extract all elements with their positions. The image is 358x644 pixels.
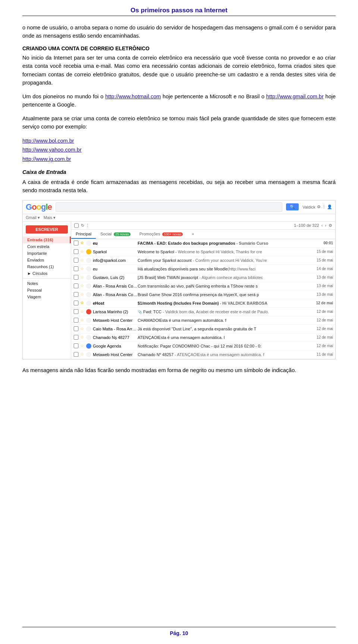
gmail-label-bar: Gmail ▾ Mais ▾: [23, 214, 335, 222]
gmail-tab-promotions[interactable]: Promoções 100+ novas: [135, 230, 188, 239]
gmail-link[interactable]: http://www.gmail.com.br: [266, 93, 324, 99]
gmail-page-range: 1–100 de 322: [294, 223, 319, 228]
page-footer: Pág. 10: [0, 627, 358, 637]
email-star-5[interactable]: ☆: [80, 275, 85, 280]
email-checkbox-3[interactable]: [73, 258, 79, 263]
email-checkbox-8[interactable]: [73, 301, 79, 305]
email-row-13[interactable]: ☆ Google Agenda Notificação: Pagar CONDO…: [71, 342, 335, 350]
gmail-nav-next[interactable]: ›: [325, 223, 326, 228]
email-star-9[interactable]: ☆: [80, 309, 85, 314]
email-avatar-3: [86, 258, 91, 263]
section-heading: Criando uma conta de correio eletrônico: [22, 45, 336, 51]
gmail-body: ESCREVER Entrada (316) Com estrela Impor…: [23, 222, 335, 359]
gmail-tab-social[interactable]: Social 25 novas: [96, 230, 135, 239]
gmail-tabs: Principal Social 25 novas Promoções 100+…: [71, 230, 335, 239]
email-star-10[interactable]: ☆: [80, 318, 85, 323]
gmail-sidebar: ESCREVER Entrada (316) Com estrela Impor…: [23, 222, 71, 359]
email-star-3[interactable]: ☆: [80, 258, 85, 263]
gmail-main: ↻ ⋮ 1–100 de 322 ‹ › ⚙ Principal Social …: [71, 222, 335, 359]
email-star-2[interactable]: ☆: [80, 249, 85, 254]
gmail-settings-icon[interactable]: ⚙: [329, 223, 332, 228]
email-avatar-5: [86, 275, 91, 280]
email-checkbox-1[interactable]: [73, 241, 79, 245]
email-row-12[interactable]: ☆ Chamado Nş 48277 ATENÇAOlEsta é uma me…: [71, 333, 335, 342]
email-checkbox-13[interactable]: [73, 343, 79, 348]
paragraph-4: Atualmente para se criar uma conta de co…: [22, 114, 336, 131]
email-row-5[interactable]: ☆ Gustavo, Luís (2) [JS Brasil] Web TWAI…: [71, 273, 335, 282]
email-checkbox-6[interactable]: [73, 283, 79, 288]
email-row-2[interactable]: ☆ Sparkol Welcome to Sparkol - Welcome t…: [71, 248, 335, 256]
gmail-nav-starred[interactable]: Com estrela: [23, 243, 71, 250]
email-star-14[interactable]: ☆: [80, 352, 85, 357]
email-row-3[interactable]: ☆ info@sparkol.com Confirm your Sparkol …: [71, 256, 335, 265]
links-list: http://www.bol.com.br http://www.yahoo.c…: [22, 136, 336, 164]
yahoo-link[interactable]: http://www.yahoo.com.br: [22, 145, 336, 155]
email-row-11[interactable]: ☆ Caio Matta - Rosa Arrais. Já está disp…: [71, 325, 335, 333]
email-star-1[interactable]: ☆: [80, 241, 85, 245]
gmail-label: Gmail ▾: [26, 215, 40, 220]
gmail-toolbar-icons: ↻ ⋮: [81, 223, 90, 228]
gmail-nav-inbox[interactable]: Entrada (316): [23, 237, 71, 243]
paragraph-6: As mensagens ainda não lidas ficarão sen…: [22, 366, 336, 374]
page-number: Pág. 10: [170, 630, 188, 636]
email-checkbox-10[interactable]: [73, 318, 79, 323]
email-row-14[interactable]: ☆ Metaweb Host Center Chamado Nº 48257 -…: [71, 350, 335, 359]
gmail-select-all[interactable]: [74, 223, 79, 228]
paragraph-3: Um dos pioneiros no mundo foi o http://w…: [22, 92, 336, 109]
email-avatar-8: [86, 301, 91, 306]
gmail-nav-travel[interactable]: Viagem: [23, 294, 71, 300]
email-avatar-1: [86, 241, 91, 246]
gmail-compose-button[interactable]: ESCREVER: [26, 225, 68, 234]
gmail-nav-circles[interactable]: ► Círculos: [23, 270, 71, 277]
hotmail-link[interactable]: http://www.hotmail.com: [105, 93, 161, 99]
email-row-4[interactable]: ☆ eu Há atualizações disponíveis para se…: [71, 265, 335, 273]
email-avatar-2: [86, 249, 91, 254]
email-checkbox-4[interactable]: [73, 266, 79, 271]
email-avatar-11: [86, 326, 91, 331]
email-star-8[interactable]: ☆: [80, 301, 85, 305]
email-checkbox-5[interactable]: [73, 275, 79, 280]
email-checkbox-11[interactable]: [73, 326, 79, 331]
email-star-13[interactable]: ☆: [80, 343, 85, 348]
bol-link[interactable]: http://www.bol.com.br: [22, 136, 336, 146]
gmail-nav-personal[interactable]: Pessoal: [23, 287, 71, 294]
email-row-1[interactable]: ☆ eu FACIMA - EAD: Estado dos backups pr…: [71, 239, 335, 248]
email-row-6[interactable]: ☆ Allan - Rosa Arrais Comu. Com transmis…: [71, 282, 335, 291]
gmail-tab-add[interactable]: +: [187, 230, 198, 239]
email-row-7[interactable]: ☆ Allan - Rosa Arrais Comu. Brasil Game …: [71, 291, 335, 299]
gmail-search-box[interactable]: [56, 202, 282, 212]
gmail-more: Mais ▾: [44, 215, 56, 220]
email-row-9[interactable]: ☆ Larissa Marinho (2) 📎Fwd: TCC - Valdic…: [71, 308, 335, 316]
gmail-nav-prev[interactable]: ‹: [321, 223, 323, 228]
email-avatar-13: [86, 343, 91, 349]
gmail-nav-important[interactable]: Importante: [23, 250, 71, 257]
email-avatar-4: [86, 266, 91, 272]
email-row-10[interactable]: ☆ Metaweb Host Center CHAMADOlEsta é uma…: [71, 316, 335, 325]
gmail-nav-divider: [23, 278, 71, 279]
gmail-email-list: ☆ eu FACIMA - EAD: Estado dos backups pr…: [71, 239, 335, 359]
email-checkbox-7[interactable]: [73, 292, 79, 297]
title-divider: [22, 16, 336, 16]
gmail-nav-drafts[interactable]: Rascunhos (1): [23, 263, 71, 270]
attachment-icon: 📎: [138, 310, 142, 314]
page-title: Os primeiros passos na Internet: [22, 7, 336, 14]
gmail-search-button[interactable]: 🔍: [286, 203, 299, 210]
email-checkbox-12[interactable]: [73, 335, 79, 340]
email-checkbox-14[interactable]: [73, 352, 79, 357]
email-star-12[interactable]: ☆: [80, 335, 85, 340]
email-row-8[interactable]: ☆ eHost $1/month Hosting (Includes Free …: [71, 299, 335, 308]
gmail-nav-sent[interactable]: Enviados: [23, 257, 71, 263]
email-checkbox-2[interactable]: [73, 249, 79, 254]
gmail-nav-notes[interactable]: Notes: [23, 280, 71, 287]
email-avatar-12: [86, 335, 91, 340]
gmail-topbar: Google 🔍 Valdick ⚙ ⋮ 👤: [23, 200, 335, 214]
gmail-tab-primary[interactable]: Principal: [71, 230, 96, 239]
footer-line: [22, 627, 336, 627]
email-avatar-7: [86, 292, 91, 297]
email-star-4[interactable]: ☆: [80, 266, 85, 271]
email-star-7[interactable]: ☆: [80, 292, 85, 297]
email-checkbox-9[interactable]: [73, 309, 79, 314]
email-star-6[interactable]: ☆: [80, 283, 85, 288]
email-star-11[interactable]: ☆: [80, 326, 85, 331]
ig-link[interactable]: http://www.ig.com.br: [22, 155, 336, 164]
